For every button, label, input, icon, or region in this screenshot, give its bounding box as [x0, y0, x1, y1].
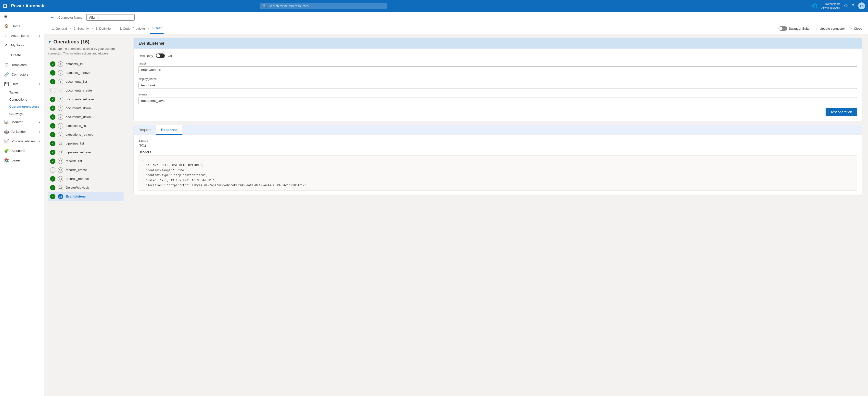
- close-action[interactable]: ✕ Close: [850, 27, 862, 30]
- raw-body-toggle[interactable]: [156, 54, 165, 58]
- help-icon[interactable]: ?: [852, 3, 854, 8]
- app-name: Power Automate: [11, 3, 45, 8]
- op-num-8: 8: [58, 123, 63, 129]
- op-num-13: 13: [58, 167, 63, 173]
- sidebar-item-connectors-label: Connectors: [11, 73, 28, 76]
- op-item-7[interactable]: ✓ 7 documents_downl...: [48, 113, 124, 121]
- top-nav: ⊞ Power Automate 🔍 🌐 Environments Alkymi…: [0, 0, 868, 12]
- sidebar-item-home[interactable]: 🏠 Home: [0, 21, 44, 31]
- ai-builder-chevron: ∨: [39, 130, 40, 133]
- op-item-16[interactable]: ✓ 16 EventListener: [48, 192, 124, 201]
- sidebar-item-my-flows-label: My flows: [11, 44, 24, 47]
- close-icon: ✕: [850, 27, 852, 30]
- op-item-14[interactable]: ✓ 14 records_retrieve: [48, 175, 124, 183]
- events-input[interactable]: [138, 97, 857, 104]
- right-actions: Swagger Editor ✓ Update connector ✕ Clos…: [778, 26, 862, 31]
- op-num-11: 11: [58, 150, 63, 155]
- op-item-15[interactable]: ✓ 15 DeleteWebHook: [48, 183, 124, 192]
- sidebar-item-create[interactable]: ＋ Create: [0, 50, 44, 60]
- step-code-label: 4. Code (Preview): [119, 27, 145, 30]
- sidebar-item-action-items-label: Action items: [11, 34, 29, 37]
- data-chevron: ∧: [39, 83, 40, 85]
- sidebar-item-ai-builder[interactable]: 🤖 AI Builder ∨: [0, 127, 44, 136]
- op-name-10: pipelines_list: [66, 142, 84, 145]
- sidebar-item-connectors[interactable]: 🔗 Connectors: [0, 70, 44, 79]
- response-tab[interactable]: Response: [156, 125, 182, 135]
- op-check-6: ✓: [50, 106, 55, 111]
- step-general[interactable]: 1. General: [50, 23, 69, 34]
- env-info[interactable]: Environments Alkymi (default): [822, 2, 840, 10]
- op-check-8: ✓: [50, 123, 55, 129]
- event-listener-card-body: Raw Body Off target display_name events: [134, 49, 862, 121]
- sidebar-item-action-items[interactable]: ✓ Action items ∨: [0, 31, 44, 40]
- avatar[interactable]: TN: [858, 2, 865, 9]
- environments-icon[interactable]: 🌐: [812, 3, 817, 8]
- op-check-12: ✓: [50, 159, 55, 164]
- raw-body-status: Off: [168, 54, 172, 58]
- op-item-10[interactable]: ✓ 10 pipelines_list: [48, 139, 124, 148]
- op-item-6[interactable]: ✓ 6 documents_downl...: [48, 104, 124, 112]
- events-field-row: events: [138, 93, 857, 104]
- back-button[interactable]: ←: [50, 15, 55, 20]
- display-name-input[interactable]: [138, 82, 857, 89]
- step-security[interactable]: 2. Security: [72, 23, 91, 34]
- sidebar-item-my-flows[interactable]: ↗ My flows: [0, 40, 44, 50]
- op-item-12[interactable]: ✓ 12 records_list: [48, 157, 124, 165]
- operations-collapse-btn[interactable]: ▼: [48, 40, 52, 44]
- op-check-11: ✓: [50, 150, 55, 155]
- steps-bar: 1. General › 2. Security › 3. Definition…: [44, 23, 868, 34]
- search-bar[interactable]: 🔍: [260, 3, 387, 9]
- op-name-5: documents_retrieve: [66, 97, 94, 101]
- target-input[interactable]: [138, 66, 857, 73]
- op-num-16: 16: [58, 194, 63, 199]
- step-test[interactable]: 5. Test: [150, 23, 163, 34]
- sidebar-sub-connections[interactable]: Connections: [0, 96, 44, 103]
- body-area: ▼ Operations (16) These are the operatio…: [44, 34, 868, 396]
- op-num-2: 2: [58, 70, 63, 76]
- sidebar-item-ai-builder-label: AI Builder: [11, 130, 26, 134]
- sidebar-collapse[interactable]: ☰: [0, 12, 44, 21]
- step-arrow-4: ›: [148, 27, 149, 30]
- status-value: (201): [138, 144, 857, 147]
- sidebar-item-learn[interactable]: 📚 Learn: [0, 155, 44, 165]
- op-item-13[interactable]: 13 records_create: [48, 166, 124, 174]
- settings-icon[interactable]: ⚙: [844, 3, 848, 8]
- op-item-11[interactable]: ✓ 11 pipelines_retrieve: [48, 148, 124, 157]
- op-item-3[interactable]: ✓ 3 documents_list: [48, 78, 124, 86]
- op-num-5: 5: [58, 97, 63, 102]
- op-name-3: documents_list: [66, 80, 87, 83]
- op-item-5[interactable]: ✓ 5 documents_retrieve: [48, 95, 124, 104]
- request-tab[interactable]: Request: [134, 125, 156, 135]
- sidebar-sub-tables[interactable]: Tables: [0, 89, 44, 96]
- target-field-row: target: [138, 62, 857, 73]
- swagger-editor-toggle[interactable]: Swagger Editor: [778, 26, 811, 31]
- op-item-9[interactable]: ✓ 9 executions_retrieve: [48, 131, 124, 139]
- op-num-9: 9: [58, 132, 63, 137]
- sidebar-item-process-advisor[interactable]: 📈 Process advisor ∨: [0, 136, 44, 146]
- sidebar-item-data[interactable]: 💾 Data ∧: [0, 79, 44, 89]
- req-resp-body: Status (201) Headers { "allow": "GET,POS…: [134, 135, 862, 195]
- sidebar-item-learn-label: Learn: [11, 159, 20, 162]
- sidebar-item-monitor[interactable]: 📊 Monitor ∨: [0, 117, 44, 127]
- op-item-8[interactable]: ✓ 8 executions_list: [48, 122, 124, 130]
- op-item-2[interactable]: ✓ 2 datasets_retrieve: [48, 69, 124, 77]
- sidebar-sub-gateways[interactable]: Gateways: [0, 110, 44, 117]
- sidebar-item-templates[interactable]: 📋 Templates: [0, 60, 44, 70]
- connector-name-input[interactable]: [86, 14, 134, 21]
- sidebar-item-solutions[interactable]: 🧩 Solutions: [0, 146, 44, 155]
- waffle-icon[interactable]: ⊞: [3, 3, 7, 9]
- display-name-label: display_name: [138, 77, 857, 81]
- step-security-label: 2. Security: [74, 27, 89, 30]
- main-area: ← Connector Name 1. General › 2. Securit…: [44, 12, 868, 396]
- sidebar-sub-custom-connectors[interactable]: Custom connectors: [0, 103, 44, 110]
- step-definition[interactable]: 3. Definition: [94, 23, 115, 34]
- update-connector-action[interactable]: ✓ Update connector: [815, 27, 845, 30]
- headers-content: { "allow": "GET,POST,HEAD,OPTIONS", "con…: [142, 159, 308, 187]
- step-code[interactable]: 4. Code (Preview): [118, 23, 147, 34]
- test-operation-button[interactable]: Test operation: [826, 108, 857, 116]
- req-resp-card: Request Response Status (201) Headers { …: [133, 125, 862, 195]
- op-item-1[interactable]: ✓ 1 datasets_list: [48, 60, 124, 68]
- swagger-editor-toggle-switch[interactable]: [778, 26, 787, 31]
- search-input[interactable]: [269, 4, 384, 8]
- op-item-4[interactable]: 4 documents_create: [48, 86, 124, 95]
